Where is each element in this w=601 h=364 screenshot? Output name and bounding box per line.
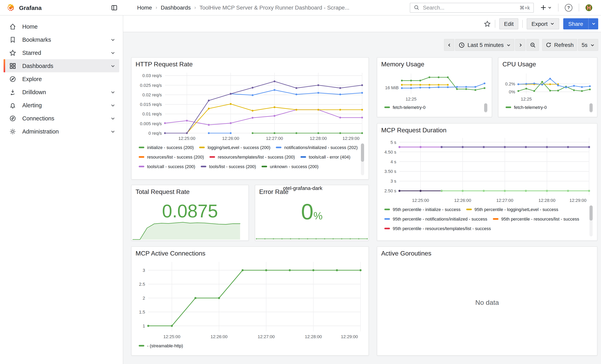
panel-mcp-active-connections: MCP Active Connections 11.522.5312:25:00… xyxy=(131,246,369,356)
svg-text:0.03 req/s: 0.03 req/s xyxy=(142,73,162,78)
legend-swatch xyxy=(300,156,306,157)
legend-scrollbar[interactable] xyxy=(590,206,593,236)
legend-item[interactable]: logging/setLevel - success (200) xyxy=(199,144,270,150)
legend-item[interactable]: resources/templates/list - success (200) xyxy=(210,154,295,160)
user-avatar[interactable] xyxy=(585,4,592,11)
panel-title[interactable]: MCP Request Duration xyxy=(381,126,593,135)
edit-button[interactable]: Edit xyxy=(499,18,518,29)
refresh-icon xyxy=(546,42,551,48)
panel-title[interactable]: HTTP Request Rate xyxy=(136,60,364,69)
sidebar-toggle-icon[interactable] xyxy=(111,4,118,11)
svg-text:5 s: 5 s xyxy=(391,140,396,145)
legend-item[interactable]: tools/call - error (404) xyxy=(300,154,351,160)
legend-swatch xyxy=(199,147,205,148)
share-button[interactable]: Share xyxy=(563,18,588,29)
divider xyxy=(522,20,523,28)
legend-item[interactable]: 95th percentile - resources/list - succe… xyxy=(493,216,579,222)
help-button[interactable]: ? xyxy=(565,4,572,11)
panel-title[interactable]: Total Request Rate xyxy=(136,187,244,196)
breadcrumb-separator: › xyxy=(156,5,157,10)
refresh-button[interactable]: Refresh xyxy=(542,39,577,51)
panel-error-rate: Error Rate otel-grafana-dark 0% xyxy=(255,185,369,241)
svg-text:2.50 s: 2.50 s xyxy=(384,188,396,193)
dashboard-action-bar: Edit Export Share xyxy=(123,16,601,32)
panel-title[interactable]: Memory Usage xyxy=(381,60,488,69)
breadcrumb-home[interactable]: Home xyxy=(137,4,152,11)
chevron-down-icon[interactable] xyxy=(110,63,115,68)
sidebar-item-bookmarks[interactable]: Bookmarks xyxy=(4,33,119,46)
legend-item[interactable]: notifications/initialized - success (202… xyxy=(276,144,358,150)
sidebar-item-home[interactable]: Home xyxy=(4,20,119,33)
legend-scrollbar[interactable] xyxy=(590,103,593,113)
time-forward-button[interactable] xyxy=(515,39,525,51)
legend-item[interactable]: initialize - success (200) xyxy=(139,144,194,150)
svg-text:12:29:00: 12:29:00 xyxy=(341,334,358,339)
search-input-box[interactable]: ⌘+k xyxy=(410,3,534,12)
mcp-request-duration-chart[interactable]: 2.50 s3 s3.50 s4 s4.50 s5 s12:25:0012:26… xyxy=(381,135,593,205)
mcp-active-connections-chart[interactable]: 11.522.5312:25:0012:26:0012:27:0012:28:0… xyxy=(136,258,364,341)
legend-scrollbar[interactable] xyxy=(484,103,487,113)
sidebar-item-alerting[interactable]: Alerting xyxy=(4,98,119,112)
legend-swatch xyxy=(139,156,144,157)
sidebar-item-dashboards[interactable]: Dashboards xyxy=(4,59,119,72)
share-menu-button[interactable] xyxy=(588,18,598,29)
memory-usage-chart[interactable]: 16 MiB12:25 xyxy=(381,69,488,103)
legend-item[interactable]: fetch-telemetry-0 xyxy=(506,104,547,110)
svg-text:3.50 s: 3.50 s xyxy=(384,169,396,174)
panel-title[interactable]: CPU Usage xyxy=(502,60,593,69)
chevron-down-icon[interactable] xyxy=(110,90,115,94)
export-button[interactable]: Export xyxy=(527,18,559,29)
favorite-star-button[interactable] xyxy=(484,20,491,27)
sidebar-item-drilldown[interactable]: Drilldown xyxy=(4,85,119,98)
time-back-button[interactable] xyxy=(444,39,454,51)
time-range-picker[interactable]: Last 5 minutes xyxy=(455,39,514,51)
sidebar-item-administration[interactable]: Administration xyxy=(4,125,119,138)
brand-name: Grafana xyxy=(19,4,41,11)
legend-item[interactable]: fetch-telemetry-0 xyxy=(384,104,426,110)
time-range-group: Last 5 minutes xyxy=(444,39,539,51)
chevron-down-icon[interactable] xyxy=(110,116,115,121)
cpu-usage-chart[interactable]: 0%0.2%12:25 xyxy=(502,69,593,103)
breadcrumb-dashboards[interactable]: Dashboards xyxy=(161,4,191,11)
legend-item[interactable]: 95th percentile - initialize - success xyxy=(384,206,461,212)
sidebar-item-starred[interactable]: Starred xyxy=(4,46,119,59)
error-rate-sparkline xyxy=(256,236,368,240)
legend-swatch xyxy=(276,147,281,148)
legend-item[interactable]: - (streamable-http) xyxy=(139,343,183,348)
panel-http-request-rate: HTTP Request Rate 0 req/s0.005 req/s0.01… xyxy=(131,57,369,180)
sidebar-item-connections[interactable]: Connections xyxy=(4,112,119,125)
svg-text:12:29:00: 12:29:00 xyxy=(569,198,587,203)
legend-item[interactable]: 95th percentile - notifications/initiali… xyxy=(384,216,487,222)
sidebar-nav: Home Bookmarks Starred Dashboards Explor… xyxy=(0,16,123,364)
svg-text:4.50 s: 4.50 s xyxy=(384,150,396,155)
svg-text:12:25: 12:25 xyxy=(406,97,417,101)
add-button[interactable] xyxy=(540,4,552,11)
http-request-rate-chart[interactable]: 0 req/s0.005 req/s0.01 req/s0.015 req/s0… xyxy=(136,69,364,143)
legend-item[interactable]: 95th percentile - resources/templates/li… xyxy=(384,225,491,231)
panel-title[interactable]: Active Goroutines xyxy=(381,249,593,258)
legend-item[interactable]: unknown - success (200) xyxy=(261,163,319,169)
total-request-rate-sparkline xyxy=(132,207,248,240)
svg-text:0.015 req/s: 0.015 req/s xyxy=(140,102,162,107)
sidebar-item-explore[interactable]: Explore xyxy=(4,72,119,85)
link-icon xyxy=(9,115,16,122)
legend-item[interactable]: tools/call - success (200) xyxy=(139,163,195,169)
chevron-down-icon[interactable] xyxy=(110,50,115,55)
legend-item[interactable]: tools/list - success (200) xyxy=(201,163,256,169)
question-icon: ? xyxy=(565,4,572,11)
top-main: Home › Dashboards › ToolHive MCP Server … xyxy=(123,0,601,15)
svg-text:12:26:00: 12:26:00 xyxy=(454,198,471,203)
legend-scrollbar[interactable] xyxy=(361,143,364,175)
svg-text:3 s: 3 s xyxy=(391,179,396,184)
legend-item[interactable]: 95th percentile - logging/setLevel - suc… xyxy=(466,206,558,212)
search-input[interactable] xyxy=(422,4,517,11)
panel-cpu-usage: CPU Usage 0%0.2%12:25 fetch-telemetry-0 xyxy=(498,57,597,117)
chevron-down-icon[interactable] xyxy=(110,37,115,42)
panel-title[interactable]: MCP Active Connections xyxy=(136,249,364,258)
chevron-down-icon[interactable] xyxy=(110,103,115,108)
refresh-interval-picker[interactable]: 5s xyxy=(578,39,598,51)
zoom-out-button[interactable] xyxy=(526,39,539,51)
chevron-down-icon[interactable] xyxy=(110,129,115,134)
svg-text:12:26:00: 12:26:00 xyxy=(222,136,239,141)
legend-item[interactable]: resources/list - success (200) xyxy=(139,154,204,160)
